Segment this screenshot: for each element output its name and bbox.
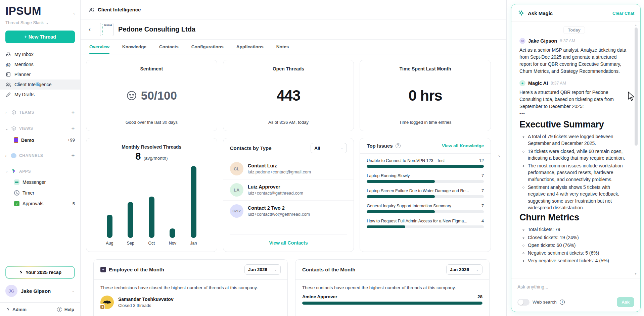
chevron-right-icon: ›: [5, 111, 8, 114]
bar-oct: [149, 197, 154, 238]
admin-link[interactable]: Admin: [6, 307, 27, 312]
issue-row[interactable]: General Inquiry Support Interaction Summ…: [367, 204, 484, 213]
contact-row[interactable]: C2T2 Contact 2 Two 2 luiz+contacttwo@get…: [223, 201, 354, 221]
avatar: CL: [230, 162, 243, 175]
section-header-teams[interactable]: › TEAMS +: [5, 109, 75, 116]
contact-email: luiz.pedone+contact@gmail.com: [248, 169, 311, 174]
sidebar-item-mentions[interactable]: @ Mentions: [0, 59, 80, 69]
main-area: Client Intelligence ‹ PEDONE Pedone Cons…: [81, 0, 506, 316]
time-spent-card: Time Spent Last Month 0 hrs Time logged …: [360, 60, 491, 131]
employee-month-select[interactable]: Jan 2026 ⌄: [244, 264, 281, 275]
card-title: Sentiment: [140, 66, 163, 71]
issue-bar: [367, 180, 434, 183]
bullet: A total of 79 tickets were logged betwee…: [528, 133, 629, 147]
page-header: Client Intelligence: [81, 0, 506, 19]
scroll-up-arrow[interactable]: ▲: [634, 23, 637, 27]
new-thread-button[interactable]: + New Thread: [5, 31, 75, 43]
chat-scrollbar[interactable]: [635, 28, 638, 146]
contacts-of-month-card: Contacts of the Month Jan 2026 ⌄ These c…: [295, 259, 490, 316]
tab-contacts[interactable]: Contacts: [159, 40, 179, 54]
clock-icon: [14, 190, 19, 196]
card-description: These technicians have closed the highes…: [94, 280, 287, 292]
sidebar-item-client-intelligence[interactable]: Client Intelligence: [0, 80, 80, 90]
sidebar-item-label: Mentions: [14, 62, 34, 67]
view-all-contacts-link[interactable]: View all Contacts: [230, 234, 347, 252]
chevron-down-icon: ⌄: [5, 127, 8, 130]
employee-row[interactable]: Amine StageMember: [94, 312, 287, 316]
recap-button[interactable]: Your 2025 recap: [6, 267, 74, 278]
message-header: JG Jake Gipson 8:37 AM: [519, 38, 629, 44]
section-header-views[interactable]: ⌄ VIEWS +: [5, 125, 75, 132]
sidebar-item-my-inbox[interactable]: My Inbox: [0, 49, 80, 59]
view-all-knowledge-link[interactable]: View all Knowledge: [442, 143, 484, 148]
exec-summary-list: A total of 79 tickets were logged betwee…: [519, 133, 629, 211]
section-header-apps[interactable]: ⌄ APPS: [5, 168, 75, 174]
contacts-month-select[interactable]: Jan 2026 ⌄: [446, 264, 482, 275]
web-search-toggle[interactable]: [517, 299, 530, 306]
contact-type-select[interactable]: All ⌄: [311, 143, 347, 153]
workspace-switcher[interactable]: Thread Stage Slack ⌄: [5, 20, 75, 25]
sidebar-item-timer[interactable]: Timer: [14, 190, 75, 196]
sentiment-value: 50/100: [141, 89, 177, 102]
select-value: All: [314, 146, 320, 151]
expand-panel-chevron[interactable]: ›: [498, 153, 500, 159]
bullet: Negative sentiment tickets: 5 (6%): [528, 250, 629, 256]
view-label: Demo: [21, 138, 34, 143]
tab-overview[interactable]: Overview: [89, 40, 109, 54]
tab-knowledge[interactable]: Knowledge: [122, 40, 146, 54]
help-link[interactable]: ? Help: [57, 307, 74, 312]
section-header-channels[interactable]: › CHANNELS +: [5, 152, 75, 159]
contact-month-row[interactable]: Amine Approver 28: [295, 290, 489, 305]
user-menu[interactable]: JG Jake Gipson ⌄: [5, 285, 75, 297]
contact-name: Amine Approver: [302, 294, 337, 299]
add-channel-button[interactable]: +: [71, 152, 75, 159]
issue-bar: [367, 225, 405, 228]
chart-title: Monthly Resolved Threads: [122, 144, 181, 150]
layers-icon: [11, 126, 16, 131]
issue-row[interactable]: Laptop Screen Failure Due to Water Damag…: [367, 189, 484, 198]
user-message: Act as a senior MSP analyst. Analyze tic…: [519, 47, 629, 75]
issue-bar: [367, 195, 434, 198]
scroll-down-arrow[interactable]: ▼: [634, 272, 637, 275]
sidebar-item-messenger[interactable]: Messenger: [14, 179, 75, 185]
help-circle-icon[interactable]: ?: [396, 143, 401, 148]
tab-configurations[interactable]: Configurations: [191, 40, 224, 54]
sidebar-item-approvals[interactable]: ✓ Approvals 5: [14, 201, 75, 206]
issue-count: 4: [481, 219, 484, 223]
add-team-button[interactable]: +: [71, 109, 75, 116]
message-author: Jake Gipson: [528, 38, 557, 44]
tab-notes[interactable]: Notes: [276, 40, 289, 54]
approvals-count-badge: 5: [73, 201, 75, 206]
sidebar-item-planner[interactable]: Planner: [0, 69, 80, 80]
sidebar-item-my-drafts[interactable]: My Drafts: [0, 90, 80, 100]
web-search-label: Web search: [533, 300, 557, 305]
ask-input[interactable]: [517, 284, 634, 289]
issue-title: General Inquiry Support Interaction Summ…: [367, 204, 451, 208]
clear-chat-link[interactable]: Clear Chat: [612, 11, 634, 16]
sidebar-item-demo-view[interactable]: Demo +99: [14, 137, 75, 143]
issue-title: Laptop Screen Failure Due to Water Damag…: [367, 189, 469, 193]
chevron-down-icon: ⌄: [340, 146, 343, 150]
issue-row[interactable]: Laptop Running Slowly7: [367, 173, 484, 183]
collapse-sidebar-icon[interactable]: ‹: [61, 8, 75, 18]
contact-count: 28: [477, 294, 482, 299]
add-view-button[interactable]: +: [71, 125, 75, 132]
ask-button[interactable]: Ask: [617, 297, 634, 307]
contact-row[interactable]: LA Luiz Approver luiz+contact@getthread.…: [223, 179, 354, 201]
contact-row[interactable]: CL Contact Luiz luiz.pedone+contact@gmai…: [223, 158, 354, 179]
cube-icon: [11, 110, 16, 115]
info-icon[interactable]: i: [560, 300, 565, 305]
apps-icon: [11, 168, 16, 174]
bar-nov: [170, 228, 175, 238]
back-button[interactable]: ‹: [89, 26, 95, 33]
card-caption: As of 8:36 AM, today: [268, 120, 309, 125]
section-label: CHANNELS: [19, 153, 43, 158]
tab-applications[interactable]: Applications: [236, 40, 264, 54]
axis-label: Jan: [190, 241, 197, 246]
open-threads-value: 443: [277, 87, 300, 104]
rank-badge: 1: [100, 304, 105, 310]
issue-row[interactable]: How to Request Full Admin Access for a N…: [367, 219, 484, 228]
card-title: Employee of the Month: [109, 267, 164, 272]
issue-row[interactable]: Unable to Connect to NordVPN 123 - Test1…: [367, 158, 484, 168]
employee-row[interactable]: 1 Samandar Toshkuvvatov Closed 3 threads: [94, 292, 287, 312]
